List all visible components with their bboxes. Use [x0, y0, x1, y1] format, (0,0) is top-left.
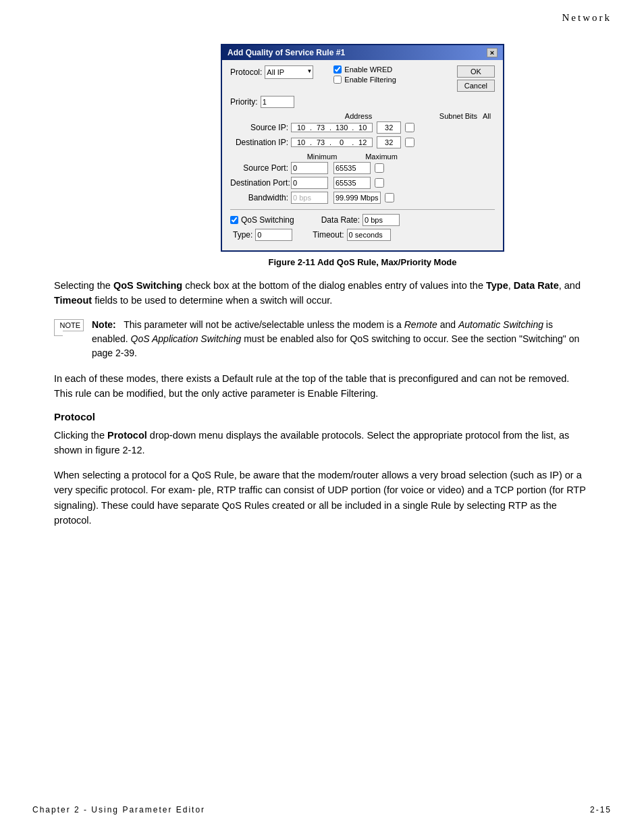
page-content: Add Quality of Service Rule #1 × Protoco…: [0, 24, 644, 565]
dialog-container: Add Quality of Service Rule #1 × Protoco…: [135, 44, 590, 267]
dest-port-label: Destination Port:: [230, 178, 291, 188]
protocol-label: Protocol:: [230, 67, 262, 77]
type-label: Type:: [233, 230, 252, 240]
qos-switching-checkbox[interactable]: [230, 216, 238, 224]
address-col-header: Address: [279, 112, 438, 120]
enable-wred-checkbox[interactable]: [333, 65, 342, 74]
enable-wred-row: Enable WRED: [333, 65, 452, 74]
type-timeout-row: Type: Timeout:: [230, 229, 495, 241]
bandwidth-max-input[interactable]: [333, 192, 381, 204]
qos-switching-label: QoS Switching: [241, 215, 294, 225]
source-ip-4[interactable]: [354, 123, 371, 132]
source-ip-2[interactable]: [313, 123, 329, 132]
footer-right: 2-15: [590, 805, 612, 815]
dest-ip-1[interactable]: [293, 138, 309, 146]
source-port-row: Source Port:: [230, 162, 495, 174]
source-subnet-input[interactable]: [377, 121, 401, 134]
dest-ip-label: Destination IP:: [230, 138, 291, 147]
bandwidth-min-input[interactable]: [291, 192, 328, 204]
paragraph-2: In each of these modes, there exists a D…: [54, 371, 590, 402]
type-input[interactable]: [255, 229, 292, 241]
minimum-col-header: Minimum: [295, 153, 349, 161]
divider: [230, 209, 495, 210]
enable-filtering-row: Enable Filtering: [333, 76, 452, 84]
dest-port-row: Destination Port:: [230, 177, 495, 189]
enable-filtering-checkbox[interactable]: [333, 76, 342, 84]
cancel-button[interactable]: Cancel: [457, 80, 495, 92]
ok-button[interactable]: OK: [457, 65, 495, 78]
figure-caption-text: Figure 2-11 Add QoS Rule, Max/Priority M…: [268, 257, 456, 267]
source-ip-label: Source IP:: [230, 123, 291, 132]
paragraph-4: When selecting a protocol for a QoS Rule…: [54, 468, 590, 528]
header-title: Network: [562, 12, 612, 23]
figure-caption: Figure 2-11 Add QoS Rule, Max/Priority M…: [268, 257, 456, 267]
dest-all-checkbox[interactable]: [405, 138, 414, 147]
timeout-label: Timeout:: [313, 230, 344, 240]
source-ip-1[interactable]: [293, 123, 309, 132]
note-label: Note:: [92, 319, 116, 330]
note-icon: NOTE: [54, 319, 84, 331]
paragraph-1: Selecting the QoS Switching check box at…: [54, 278, 590, 308]
qos-switching-row: QoS Switching Data Rate:: [230, 214, 495, 226]
maximum-col-header: Maximum: [354, 153, 408, 161]
dialog-title: Add Quality of Service Rule #1: [227, 48, 345, 57]
bandwidth-label: Bandwidth:: [230, 193, 291, 202]
dest-port-all-checkbox[interactable]: [375, 178, 384, 188]
subnet-bits-col-header: Subnet Bits: [438, 112, 479, 120]
dest-ip-2[interactable]: [313, 138, 329, 146]
dialog-body: Protocol: All IP Enable WRED: [222, 60, 503, 250]
source-port-min-input[interactable]: [291, 162, 328, 174]
page-header: Network: [0, 0, 644, 24]
note-text: Note: This parameter will not be active/…: [92, 318, 590, 360]
bandwidth-all-checkbox[interactable]: [385, 193, 394, 202]
dest-ip-3[interactable]: [332, 138, 351, 146]
dest-port-max-input[interactable]: [333, 177, 371, 189]
timeout-input[interactable]: [347, 229, 391, 241]
source-port-label: Source Port:: [230, 163, 291, 173]
dest-ip-row: Destination IP: . . .: [230, 136, 495, 148]
protocol-heading: Protocol: [54, 411, 590, 422]
source-ip-row: Source IP: . . .: [230, 121, 495, 134]
source-port-all-checkbox[interactable]: [375, 163, 384, 173]
data-rate-label: Data Rate:: [321, 215, 360, 225]
protocol-select[interactable]: All IP: [265, 65, 313, 79]
priority-input[interactable]: [261, 96, 294, 108]
page-footer: Chapter 2 - Using Parameter Editor 2-15: [0, 805, 644, 815]
dialog-box: Add Quality of Service Rule #1 × Protoco…: [221, 44, 504, 252]
priority-row: Priority:: [230, 96, 495, 108]
source-all-checkbox[interactable]: [405, 123, 414, 132]
priority-label: Priority:: [230, 97, 258, 107]
source-port-max-input[interactable]: [333, 162, 371, 174]
source-ip-3[interactable]: [332, 123, 351, 132]
dialog-close-button[interactable]: ×: [487, 48, 498, 57]
enable-filtering-label: Enable Filtering: [344, 76, 396, 84]
footer-left: Chapter 2 - Using Parameter Editor: [32, 805, 205, 815]
dialog-titlebar: Add Quality of Service Rule #1 ×: [222, 45, 503, 60]
enable-wred-label: Enable WRED: [344, 65, 392, 74]
close-icon: ×: [490, 49, 494, 57]
dest-ip-4[interactable]: [354, 138, 371, 146]
dest-subnet-input[interactable]: [377, 136, 401, 148]
paragraph-3: Clicking the Protocol drop-down menu dis…: [54, 428, 590, 458]
dest-port-min-input[interactable]: [291, 177, 328, 189]
bandwidth-row: Bandwidth:: [230, 192, 495, 204]
all-col-header: All: [479, 112, 495, 120]
note-box: NOTE Note: This parameter will not be ac…: [54, 318, 590, 360]
data-rate-input[interactable]: [363, 214, 400, 226]
